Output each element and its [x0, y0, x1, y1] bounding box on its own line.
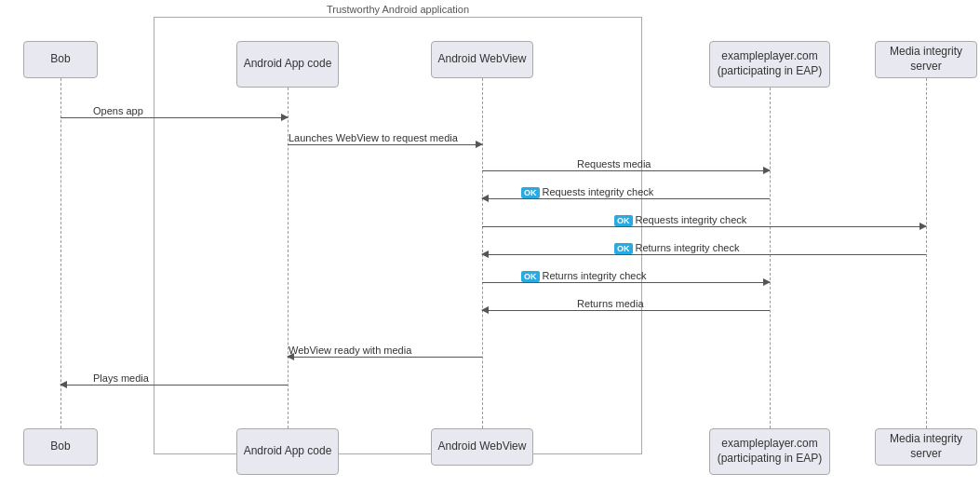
- arrow-req-integrity-2: [482, 226, 926, 227]
- lifeline-exampleplayer: [770, 88, 771, 428]
- participant-media-integrity-top: Media integrity server: [875, 41, 977, 78]
- ok-badge-1: OK: [521, 187, 540, 198]
- lifeline-bob: [60, 78, 61, 428]
- lifeline-media-integrity: [926, 78, 927, 428]
- participant-webview-top: Android WebView: [431, 41, 533, 78]
- boundary-label: Trustworthy Android application: [154, 4, 642, 15]
- participant-exampleplayer-bottom: exampleplayer.com(participating in EAP): [709, 428, 830, 475]
- label-launches-webview: Launches WebView to request media: [289, 132, 458, 143]
- arrow-plays-media: [60, 385, 288, 386]
- ok-badge-3: OK: [614, 243, 633, 254]
- label-requests-media: Requests media: [577, 158, 651, 169]
- label-returns-integrity-1: OKReturns integrity check: [614, 242, 739, 254]
- label-opens-app: Opens app: [93, 105, 143, 116]
- label-returns-integrity-2: OKReturns integrity check: [521, 270, 646, 282]
- boundary-box: [154, 17, 642, 454]
- arrow-opens-app: [60, 117, 288, 118]
- label-req-integrity-1: OKRequests integrity check: [521, 186, 653, 198]
- participant-bob-bottom: Bob: [23, 428, 98, 466]
- participant-app-code-top: Android App code: [236, 41, 339, 88]
- arrow-returns-integrity-1: [482, 254, 926, 255]
- sequence-diagram: Trustworthy Android application Bob Andr…: [0, 0, 980, 487]
- participant-exampleplayer-top: exampleplayer.com(participating in EAP): [709, 41, 830, 88]
- label-req-integrity-2: OKRequests integrity check: [614, 214, 746, 226]
- arrow-launches-webview: [288, 144, 482, 145]
- arrow-webview-ready: [288, 357, 482, 358]
- arrow-returns-integrity-2: [482, 282, 770, 283]
- label-returns-media: Returns media: [577, 298, 644, 309]
- arrow-requests-media: [482, 170, 770, 171]
- participant-webview-bottom: Android WebView: [431, 428, 533, 466]
- participant-bob-top: Bob: [23, 41, 98, 78]
- label-plays-media: Plays media: [93, 372, 149, 384]
- ok-badge-2: OK: [614, 215, 633, 226]
- arrow-returns-media: [482, 310, 770, 311]
- label-webview-ready: WebView ready with media: [289, 345, 411, 356]
- participant-app-code-bottom: Android App code: [236, 428, 339, 475]
- participant-media-integrity-bottom: Media integrity server: [875, 428, 977, 466]
- ok-badge-4: OK: [521, 271, 540, 282]
- arrow-req-integrity-1: [482, 198, 770, 199]
